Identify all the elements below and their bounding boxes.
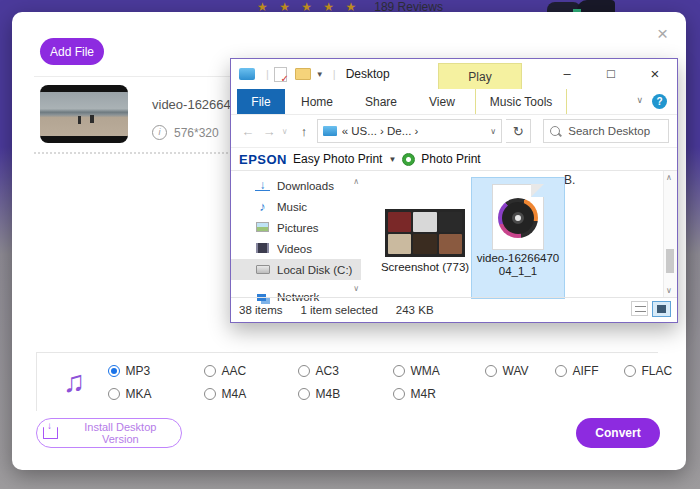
search-box[interactable] bbox=[543, 119, 669, 143]
up-icon[interactable]: ↑ bbox=[295, 124, 312, 139]
refresh-button[interactable]: ↻ bbox=[506, 119, 531, 143]
format-option-wma[interactable]: WMA bbox=[393, 364, 485, 378]
radio-icon[interactable] bbox=[108, 365, 120, 377]
properties-icon[interactable] bbox=[274, 67, 287, 82]
install-desktop-button[interactable]: Install Desktop Version bbox=[36, 418, 182, 448]
video-thumbnail bbox=[40, 85, 128, 143]
radio-icon[interactable] bbox=[298, 365, 310, 377]
convert-button[interactable]: Convert bbox=[576, 418, 660, 448]
selected-size: 243 KB bbox=[396, 304, 434, 316]
window-controls: – □ × bbox=[545, 59, 677, 89]
thumbnails-view-icon[interactable] bbox=[652, 301, 671, 317]
scroll-up-icon[interactable]: ∧ bbox=[353, 177, 359, 186]
group-label: B. bbox=[564, 173, 575, 187]
screenshot-thumbnail bbox=[385, 209, 465, 257]
details-view-icon[interactable] bbox=[631, 301, 648, 316]
radio-icon[interactable] bbox=[108, 388, 120, 400]
explorer-sidebar: ↓ Downloads ♪ Music Pictures Videos Loca… bbox=[231, 171, 361, 297]
radio-icon[interactable] bbox=[298, 388, 310, 400]
format-options: MP3 AAC AC3 WMA WAV AIFF FLAC MKA M4A M4… bbox=[108, 364, 684, 401]
tab-share[interactable]: Share bbox=[349, 89, 413, 114]
file-item-screenshot[interactable]: Screenshot (773) bbox=[379, 209, 471, 273]
items-count: 38 items bbox=[239, 304, 282, 316]
format-selector: ♫ MP3 AAC AC3 WMA WAV AIFF FLAC MKA M4A … bbox=[36, 353, 657, 411]
sidebar-item-downloads[interactable]: ↓ Downloads bbox=[231, 175, 361, 196]
format-option-flac[interactable]: FLAC bbox=[624, 364, 684, 378]
music-note-icon: ♫ bbox=[63, 365, 86, 399]
format-option-aac[interactable]: AAC bbox=[204, 364, 298, 378]
photo-print-label[interactable]: Photo Print bbox=[421, 152, 480, 166]
address-input[interactable]: « US... › De... › ∨ bbox=[317, 119, 502, 143]
file-item-video-selected[interactable]: video-1626647004_1_1 bbox=[471, 177, 565, 299]
breadcrumb[interactable]: « US... › De... › bbox=[342, 125, 486, 137]
radio-icon[interactable] bbox=[393, 388, 405, 400]
format-option-m4r[interactable]: M4R bbox=[393, 387, 485, 401]
info-icon[interactable]: i bbox=[152, 125, 167, 140]
format-option-m4b[interactable]: M4B bbox=[298, 387, 393, 401]
minimize-button[interactable]: – bbox=[545, 59, 589, 89]
status-bar: 38 items 1 item selected 243 KB bbox=[231, 297, 677, 322]
radio-icon[interactable] bbox=[485, 365, 497, 377]
scroll-down-icon[interactable]: ∨ bbox=[666, 286, 672, 295]
disc-icon bbox=[498, 198, 538, 238]
sidebar-item-local-disk[interactable]: Local Disk (C:) bbox=[231, 259, 361, 280]
history-caret-icon[interactable]: ∨ bbox=[282, 127, 292, 136]
radio-icon[interactable] bbox=[555, 365, 567, 377]
tab-play[interactable]: Play bbox=[438, 63, 522, 89]
format-option-aiff[interactable]: AIFF bbox=[555, 364, 624, 378]
tab-home[interactable]: Home bbox=[285, 89, 349, 114]
pictures-icon bbox=[256, 222, 269, 232]
epson-caret-icon[interactable]: ▼ bbox=[388, 155, 396, 164]
epson-app-label[interactable]: Easy Photo Print bbox=[293, 152, 382, 166]
close-icon[interactable]: × bbox=[657, 24, 668, 43]
add-file-button[interactable]: Add File bbox=[40, 38, 104, 65]
scrollbar-thumb[interactable] bbox=[666, 249, 674, 273]
window-title: Desktop bbox=[346, 67, 390, 81]
epson-logo: EPSON bbox=[239, 152, 287, 167]
sidebar-item-music[interactable]: ♪ Music bbox=[231, 196, 361, 217]
format-option-m4a[interactable]: M4A bbox=[204, 387, 298, 401]
tab-view[interactable]: View bbox=[413, 89, 471, 114]
tab-music-tools[interactable]: Music Tools bbox=[475, 89, 567, 114]
search-input[interactable] bbox=[566, 124, 662, 138]
close-button[interactable]: × bbox=[633, 59, 677, 89]
radio-icon[interactable] bbox=[204, 365, 216, 377]
help-icon[interactable]: ? bbox=[652, 94, 667, 109]
view-toggle bbox=[631, 301, 671, 317]
download-icon: ↓ bbox=[255, 180, 270, 191]
explorer-titlebar[interactable]: | ▼ | Desktop Play – □ × bbox=[231, 59, 677, 89]
address-caret-icon[interactable]: ∨ bbox=[490, 127, 496, 136]
videos-icon bbox=[256, 243, 269, 253]
window-icon bbox=[239, 68, 255, 80]
sidebar-item-videos[interactable]: Videos bbox=[231, 238, 361, 259]
quickaccess-caret-icon[interactable]: ▼ bbox=[316, 70, 324, 79]
radio-icon[interactable] bbox=[393, 365, 405, 377]
scrollbar[interactable]: ∧ ∨ bbox=[663, 171, 677, 297]
forward-icon[interactable]: → bbox=[260, 124, 277, 139]
video-file-meta: i 576*320 bbox=[152, 125, 219, 140]
new-folder-icon[interactable] bbox=[295, 68, 311, 80]
format-option-wav[interactable]: WAV bbox=[485, 364, 555, 378]
files-pane: B. Screenshot (773) video-1626647004_ bbox=[361, 171, 677, 297]
scroll-down-icon[interactable]: ∨ bbox=[353, 284, 359, 293]
format-option-mp3[interactable]: MP3 bbox=[108, 364, 204, 378]
file-name: video-1626647004_1_1 bbox=[474, 252, 562, 278]
search-icon bbox=[550, 126, 560, 136]
radio-icon[interactable] bbox=[204, 388, 216, 400]
file-name: Screenshot (773) bbox=[379, 261, 471, 273]
file-explorer-window: | ▼ | Desktop Play – □ × File Home Share… bbox=[230, 58, 678, 323]
maximize-button[interactable]: □ bbox=[589, 59, 633, 89]
video-resolution: 576*320 bbox=[174, 126, 219, 140]
tab-file[interactable]: File bbox=[237, 89, 285, 114]
format-option-mka[interactable]: MKA bbox=[108, 387, 204, 401]
media-file-icon bbox=[492, 184, 544, 250]
star-rating-icon: ★ ★ ★ ★ ★ bbox=[257, 1, 360, 13]
back-icon[interactable]: ← bbox=[239, 124, 256, 139]
radio-icon[interactable] bbox=[624, 365, 636, 377]
sidebar-item-pictures[interactable]: Pictures bbox=[231, 217, 361, 238]
beach-scene-image bbox=[40, 92, 128, 136]
format-option-ac3[interactable]: AC3 bbox=[298, 364, 393, 378]
music-icon: ♪ bbox=[255, 199, 270, 214]
scroll-up-icon[interactable]: ∧ bbox=[666, 173, 672, 182]
ribbon-collapse-icon[interactable]: ∨ bbox=[636, 95, 643, 105]
